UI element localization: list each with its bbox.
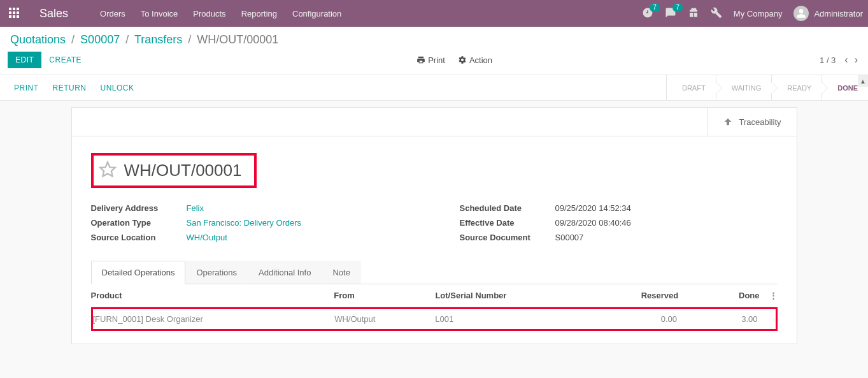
pager-text[interactable]: 1 / 3 [820,55,836,65]
clock-notifications-icon[interactable]: 7 [642,7,653,20]
effective-date-value: 09/28/2020 08:40:46 [555,218,631,228]
nav-configuration[interactable]: Configuration [292,9,341,18]
breadcrumb-order[interactable]: S00007 [80,33,120,46]
cell-done: 3.00 [677,314,763,324]
effective-date-label: Effective Date [460,218,555,228]
col-from[interactable]: From [334,291,435,300]
cell-product: [FURN_0001] Desk Organizer [93,314,335,324]
source-location-value[interactable]: WH/Output [187,233,227,242]
source-location-label: Source Location [91,233,187,242]
action-return[interactable]: RETURN [53,84,87,92]
stage-ready[interactable]: READY [771,75,822,100]
chat-badge: 7 [672,3,683,12]
edit-button[interactable]: EDIT [8,52,41,68]
operation-type-value[interactable]: San Francisco: Delivery Orders [187,218,302,228]
print-label: Print [428,55,445,65]
tools-icon[interactable] [711,7,722,20]
breadcrumb-quotations[interactable]: Quotations [10,33,66,46]
company-selector[interactable]: My Company [734,9,783,18]
breadcrumb: Quotations / S00007 / Transfers / WH/OUT… [0,27,868,49]
avatar-icon [793,6,809,21]
stage-draft[interactable]: DRAFT [666,75,716,100]
col-done[interactable]: Done [678,291,764,300]
user-menu[interactable]: Administrator [793,6,863,21]
print-dropdown[interactable]: Print [416,55,445,65]
traceability-label: Traceability [739,117,781,127]
traceability-button[interactable]: Traceability [707,108,797,136]
action-dropdown[interactable]: Action [458,55,492,65]
table-row[interactable]: [FURN_0001] Desk Organizer WH/Output L00… [93,309,776,329]
col-product[interactable]: Product [91,291,334,300]
pager-prev-icon[interactable]: ‹ [844,54,848,66]
tab-detailed-operations[interactable]: Detailed Operations [91,261,186,284]
arrow-up-icon [723,117,733,127]
operation-type-label: Operation Type [91,218,187,228]
cell-from: WH/Output [334,314,435,324]
cell-lot: L001 [435,314,576,324]
action-print[interactable]: PRINT [14,84,39,92]
apps-menu-icon[interactable] [9,8,20,19]
breadcrumb-transfers[interactable]: Transfers [134,33,182,46]
tab-additional-info[interactable]: Additional Info [248,261,322,284]
svg-marker-0 [100,162,115,176]
delivery-address-label: Delivery Address [91,203,187,213]
nav-reporting[interactable]: Reporting [241,9,277,18]
nav-to-invoice[interactable]: To Invoice [141,9,178,18]
top-navbar: Sales Orders To Invoice Products Reporti… [0,0,868,27]
col-lot[interactable]: Lot/Serial Number [435,291,577,300]
source-document-value: S00007 [555,233,584,242]
source-document-label: Source Document [460,233,555,242]
favorite-star-icon[interactable] [99,161,117,180]
gift-icon[interactable] [688,7,699,20]
scroll-up-icon[interactable]: ▲ [858,75,868,87]
nav-products[interactable]: Products [193,9,225,18]
nav-orders[interactable]: Orders [100,9,125,18]
cell-reserved: 0.00 [576,314,677,324]
breadcrumb-current: WH/OUT/00001 [197,33,278,46]
tab-operations[interactable]: Operations [185,261,248,284]
create-button[interactable]: CREATE [41,52,89,68]
action-label: Action [469,55,492,65]
form-sheet: Traceability WH/OUT/00001 Delivery Addre… [71,107,797,344]
pager-next-icon[interactable]: › [855,54,858,66]
user-name: Administrator [814,9,863,18]
record-title: WH/OUT/00001 [124,161,242,180]
delivery-address-value[interactable]: Felix [187,203,204,213]
scheduled-date-label: Scheduled Date [460,203,555,213]
tab-note[interactable]: Note [322,261,360,284]
col-reserved[interactable]: Reserved [577,291,678,300]
stage-waiting[interactable]: WAITING [716,75,772,100]
chat-notifications-icon[interactable]: 7 [665,7,676,20]
app-title[interactable]: Sales [39,7,68,20]
action-unlock[interactable]: UNLOCK [101,84,134,92]
scheduled-date-value: 09/25/2020 14:52:34 [555,203,631,213]
clock-badge: 7 [650,3,660,12]
col-menu-icon[interactable]: ⋮ [765,291,778,300]
